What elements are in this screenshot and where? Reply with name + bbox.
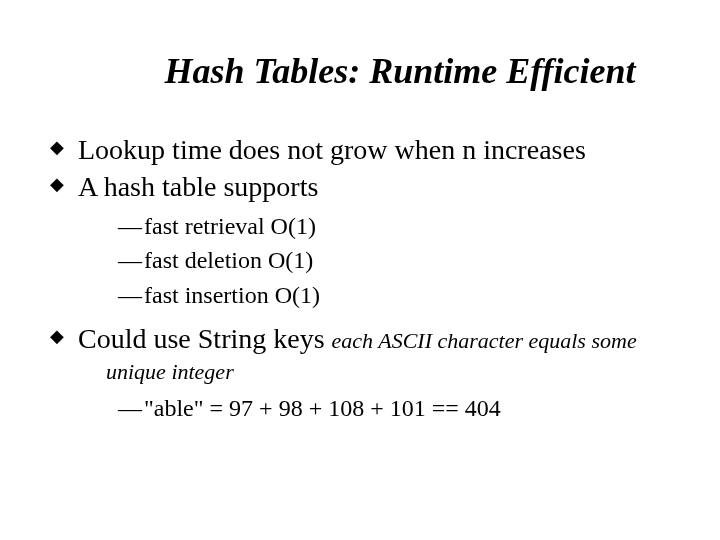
bullet-hash-table-supports: A hash table supports fast retrieval O(1… [50, 169, 670, 311]
sub-fast-deletion: fast deletion O(1) [118, 244, 670, 276]
bullet-text-tail: each ASCII character equals some [332, 328, 637, 353]
bullet-text-tail2: unique integer [106, 358, 670, 386]
sub-list-string-keys: "able" = 97 + 98 + 108 + 101 == 404 [118, 392, 670, 424]
sub-text: fast deletion O(1) [144, 247, 313, 273]
bullet-text: Lookup time does not grow when n increas… [78, 134, 586, 165]
sub-list-supports: fast retrieval O(1) fast deletion O(1) f… [118, 210, 670, 311]
bullet-list: Lookup time does not grow when n increas… [50, 132, 670, 424]
sub-text: "able" = 97 + 98 + 108 + 101 == 404 [144, 395, 501, 421]
sub-able-example: "able" = 97 + 98 + 108 + 101 == 404 [118, 392, 670, 424]
bullet-text-main: Could use String keys [78, 323, 332, 354]
sub-fast-insertion: fast insertion O(1) [118, 279, 670, 311]
sub-fast-retrieval: fast retrieval O(1) [118, 210, 670, 242]
sub-text: fast insertion O(1) [144, 282, 320, 308]
slide: Hash Tables: Runtime Efficient Lookup ti… [0, 0, 720, 540]
bullet-string-keys: Could use String keys each ASCII charact… [50, 321, 670, 424]
slide-title: Hash Tables: Runtime Efficient [50, 50, 670, 92]
bullet-lookup-time: Lookup time does not grow when n increas… [50, 132, 670, 167]
bullet-text: A hash table supports [78, 171, 318, 202]
sub-text: fast retrieval O(1) [144, 213, 316, 239]
